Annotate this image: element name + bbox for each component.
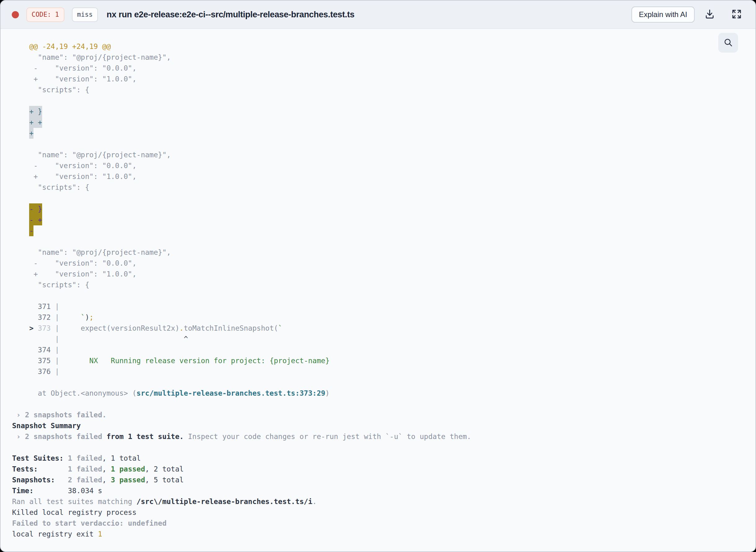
terminal-line: 376 | [12, 366, 743, 377]
terminal-line [12, 95, 743, 106]
terminal-output: @@ -24,19 +24,19 @@ "name": "@proj/{proj… [1, 29, 755, 540]
failed-status-dot-icon [12, 11, 19, 18]
terminal-line: - + [12, 215, 743, 226]
terminal-line: + "version": "1.0.0", [12, 269, 743, 280]
task-output-window: CODE: 1 miss nx run e2e-release:e2e-ci--… [0, 0, 756, 552]
terminal-line: Ran all test suites matching /src\/multi… [12, 496, 743, 507]
terminal-line: + [12, 128, 743, 139]
terminal-line: + "version": "1.0.0", [12, 74, 743, 85]
terminal-line: @@ -24,19 +24,19 @@ [12, 41, 743, 52]
explain-with-ai-button[interactable]: Explain with AI [631, 6, 695, 23]
terminal-line: - } [12, 204, 743, 215]
expand-icon [731, 8, 742, 21]
terminal-line: at Object.<anonymous> (src/multiple-rele… [12, 388, 743, 399]
terminal-line: - "version": "0.0.0", [12, 63, 743, 74]
exit-code-badge: CODE: 1 [26, 7, 65, 22]
terminal-line [12, 236, 743, 247]
terminal-line: Failed to start verdaccio: undefined [12, 518, 743, 529]
terminal-line: + } [12, 106, 743, 117]
terminal-panel: @@ -24,19 +24,19 @@ "name": "@proj/{proj… [1, 29, 755, 551]
terminal-line [12, 442, 743, 453]
terminal-line: + "version": "1.0.0", [12, 171, 743, 182]
terminal-line: Tests: 1 failed, 1 passed, 2 total [12, 464, 743, 474]
fullscreen-button[interactable] [729, 6, 744, 23]
task-header: CODE: 1 miss nx run e2e-release:e2e-ci--… [1, 1, 755, 29]
terminal-line: 375 | NX Running release version for pro… [12, 356, 743, 366]
terminal-line: "scripts": { [12, 85, 743, 95]
cache-miss-badge: miss [72, 7, 98, 22]
terminal-line [12, 399, 743, 410]
search-button[interactable] [718, 33, 738, 53]
terminal-line: + + [12, 117, 743, 128]
terminal-line: - [12, 226, 743, 236]
terminal-line: "scripts": { [12, 182, 743, 193]
terminal-line: › 2 snapshots failed. [12, 410, 743, 420]
terminal-line: Time: 38.034 s [12, 486, 743, 496]
terminal-line: > 373 | expect(versionResult2x).toMatchI… [12, 323, 743, 334]
task-title: nx run e2e-release:e2e-ci--src/multiple-… [107, 10, 354, 19]
search-icon [723, 37, 734, 49]
terminal-line: local registry exit 1 [12, 529, 743, 540]
terminal-line: - "version": "0.0.0", [12, 258, 743, 269]
terminal-line: Snapshots: 2 failed, 3 passed, 5 total [12, 474, 743, 486]
terminal-line: 374 | [12, 344, 743, 356]
terminal-line: Test Suites: 1 failed, 1 total [12, 453, 743, 464]
terminal-line: 372 | `); [12, 312, 743, 323]
terminal-line: "name": "@proj/{project-name}", [12, 247, 743, 258]
terminal-line: Killed local registry process [12, 507, 743, 518]
terminal-line [12, 377, 743, 388]
terminal-line [12, 193, 743, 204]
terminal-line: | ^ [12, 334, 743, 344]
terminal-line: › 2 snapshots failed from 1 test suite. … [12, 431, 743, 442]
download-button[interactable] [702, 6, 717, 23]
terminal-line: 371 | [12, 301, 743, 312]
terminal-line: - "version": "0.0.0", [12, 160, 743, 171]
terminal-line [12, 290, 743, 301]
terminal-line: "name": "@proj/{project-name}", [12, 52, 743, 63]
terminal-line: "scripts": { [12, 280, 743, 290]
download-icon [704, 8, 716, 21]
terminal-line: Snapshot Summary [12, 420, 743, 431]
terminal-line: "name": "@proj/{project-name}", [12, 150, 743, 160]
terminal-line [12, 139, 743, 150]
